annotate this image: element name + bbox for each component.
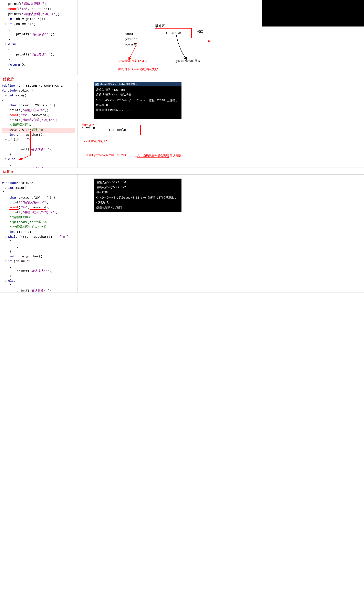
buffer-label: 缓冲区 [155, 24, 165, 28]
code-line: { [2, 264, 75, 269]
code-line: #include<stdio.h> [2, 181, 75, 186]
code-line: { [2, 99, 75, 103]
code-line: printf("请确认密码(Y\N):>"); [2, 12, 75, 17]
code-line: printf("请输入密码:"); [2, 2, 75, 7]
terminal-3: 请输入密码:>123 456 请确认密码(Y/N) :>Y 确认成功 C:\lc… [94, 178, 181, 212]
code-line: getcharQ ;//处理 \n [2, 128, 75, 133]
section2: #define _CRT_SECURE_NO_WARNINGS 1 #inclu… [0, 82, 364, 168]
code-line: printf("确认成功\n"); [2, 147, 75, 152]
code-line: printf("确认失败\n"); [2, 52, 75, 57]
code-line: printf("请确认密码(Y/N):>"); [2, 210, 75, 215]
vs-titlebar-2: VS Microsoft Visual Studio 调试控制台 请输入密码:>… [94, 82, 181, 119]
code-line: scanf("%s", password); [2, 205, 75, 210]
code-line: { [2, 191, 75, 196]
scanf-label-2: scanf [82, 126, 91, 129]
page: printf("请输入密码:"); scanf("%s", password);… [0, 0, 364, 338]
diagram-area-2: VS Microsoft Visual Studio 调试控制台 请输入密码:>… [78, 82, 364, 168]
code-panel-1: printf("请输入密码:"); scanf("%s", password);… [0, 0, 78, 75]
conclusion-2: 因此，当确认密码是会出现 确认失败 [135, 154, 181, 157]
buffer-box-2: 123 456\n [94, 125, 141, 135]
terminal-1 [262, 0, 364, 27]
code-line: //getchar();//处理 \n [2, 220, 75, 225]
code-line: int ch = getchar(); [2, 17, 75, 22]
red-dot [208, 40, 210, 42]
code-line: ────────────────── [2, 176, 75, 181]
code-line: ⊖ int main() [2, 93, 75, 99]
code-line: printf("请输入密码:>"); [2, 201, 75, 205]
code-line: char password[20] = { 0 }; [2, 196, 75, 201]
keyboard-label: 键盘 [197, 29, 203, 33]
scanf-took-2: scanf 拿走的是 123 [84, 139, 108, 143]
code-line: { [2, 27, 75, 32]
code-line: 1 if (ch == 'Y') [2, 22, 75, 27]
code-line: //清理缓冲区去 [2, 123, 75, 128]
opt-label-3: 优化后 [0, 168, 364, 174]
code-line: int ch = getchar(); [2, 254, 75, 259]
code-line: } [2, 57, 75, 62]
code-line: ⊖ if (ch == 'Y') [2, 138, 75, 142]
code-line: { [2, 240, 75, 245]
code-line: printf("请输入密码:>"); [2, 108, 75, 113]
diagram-area-3: 请输入密码:>123 456 请确认密码(Y/N) :>Y 确认成功 C:\lc… [78, 175, 364, 292]
buffer-box: 123456\n [155, 28, 192, 38]
code-line: ⊖ else [2, 157, 75, 162]
code-line: int tmp = 0; [2, 230, 75, 235]
code-line: ⊖ while ((tmp = getchar()) != '\n') [2, 235, 75, 240]
conclusion-1: 因此这段代码永远是确认失败 [118, 67, 158, 71]
code-line: #include<stdio.h> [2, 89, 75, 93]
code-line: } [2, 37, 75, 42]
code-line: { [2, 142, 75, 147]
getchar-took-label: getchar:拿走的是\n [175, 59, 200, 63]
code-line: 1 else [2, 42, 75, 47]
code-line: printf("确认失败\n"); [2, 167, 75, 168]
code-panel-3: ────────────────── #include<stdio.h> ⊖ i… [0, 175, 78, 292]
code-line: { [2, 47, 75, 52]
code-line: { [2, 162, 75, 167]
code-line: ⊖ int main() [2, 186, 75, 191]
code-line: printf("确认成功\n"); [2, 32, 75, 37]
vs-icon: VS [95, 83, 99, 86]
code-line: printf("确认失败\n"); [2, 289, 75, 292]
scanf-labels: scanf getchar 输入函数 [124, 32, 137, 47]
code-line: { [2, 284, 75, 289]
section3: ────────────────── #include<stdio.h> ⊖ i… [0, 175, 364, 293]
code-line: ; [2, 245, 75, 249]
terminal-2: 请输入密码:>123 456 请确认密码(YN):>确认失败 C:\lc\C++… [94, 86, 181, 119]
code-line: ⊖ if (ch == 'Y') [2, 259, 75, 264]
getchar-note-2: 这里的getchar只能处理一个 字符 [86, 153, 126, 157]
code-line: //处理缓冲区中的多个字符 [2, 225, 75, 230]
code-line: printf("请确认密码(Y\N):>"); [2, 118, 75, 123]
code-line: return 0; [2, 62, 75, 67]
code-line: scanf("%s", password); [2, 113, 75, 118]
section1: printf("请输入密码:"); scanf("%s", password);… [0, 0, 364, 75]
code-line: #define _CRT_SECURE_NO_WARNINGS 1 [2, 84, 75, 89]
code-line: } [2, 152, 75, 157]
code-line: } [2, 249, 75, 254]
bottom-space [0, 293, 364, 338]
scanf-took-label: scanf拿走的是 123456 [118, 59, 147, 63]
code-line: ⊖ else [2, 279, 75, 284]
code-line: } [2, 67, 75, 72]
code-panel-2: #define _CRT_SECURE_NO_WARNINGS 1 #inclu… [0, 82, 78, 168]
code-line: //清理缓冲区去 [2, 215, 75, 220]
code-line: } [2, 274, 75, 279]
code-line: scanf("%s", password); [2, 7, 75, 12]
opt-label-2: 优化后 [0, 75, 364, 82]
code-line: int ch = getchar(); [2, 133, 75, 138]
diagram-area-1: 缓冲区 键盘 123456\n scanf getchar 输入函数 [78, 0, 364, 75]
code-line: printf("确认成功\n"); [2, 269, 75, 274]
code-line: char password[20] = { 0 }; [2, 103, 75, 108]
